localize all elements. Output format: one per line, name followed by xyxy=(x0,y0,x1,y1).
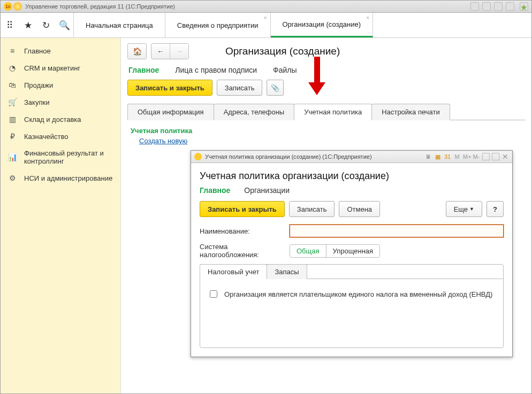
dialog-more-button[interactable]: Еще ▼ xyxy=(446,201,482,217)
dialog-titlebar: Учетная политика организации (создание) … xyxy=(191,151,512,163)
mem-m-icon[interactable]: M xyxy=(453,153,461,160)
sidebar-item-label: Главное xyxy=(24,47,51,55)
favorite-star-icon[interactable]: ★ xyxy=(520,2,528,11)
name-input[interactable] xyxy=(290,225,504,237)
page-subnav: Главное Лица с правом подписи Файлы xyxy=(128,66,525,74)
inner-tabs: Налоговый учет Запасы Организация являет… xyxy=(200,264,504,348)
tab-company-info[interactable]: Сведения о предприятии × xyxy=(165,13,271,37)
back-button[interactable]: ← xyxy=(151,44,170,59)
section-title: Учетная политика xyxy=(131,127,525,135)
sidebar-item-label: Казначейство xyxy=(24,133,68,141)
tax-row: Система налогообложения: Общая Упрощенна… xyxy=(200,243,504,259)
save-button[interactable]: Записать xyxy=(217,80,263,96)
titlebar-action-icon[interactable] xyxy=(494,2,503,11)
app-window: 1c Управление торговлей, редакция 11 (1С… xyxy=(0,0,532,394)
home-button[interactable]: 🏠 xyxy=(127,43,147,59)
sidebar-item-label: Склад и доставка xyxy=(24,115,81,123)
sidebar-item-treasury[interactable]: ₽Казначейство xyxy=(1,128,120,145)
tab-label: Организация (создание) xyxy=(283,20,361,28)
close-icon[interactable]: × xyxy=(366,15,369,21)
main-toolbar: ⠿ ★ ↻ 🔍 Начальная страница Сведения о пр… xyxy=(1,13,531,38)
close-icon[interactable]: ✕ xyxy=(501,152,509,161)
envd-checkbox-row[interactable]: Организация является плательщиком единог… xyxy=(208,289,496,299)
sidebar-item-label: Закупки xyxy=(24,98,49,106)
sidebar-item-warehouse[interactable]: ▥Склад и доставка xyxy=(1,111,120,128)
titlebar-action-icon[interactable] xyxy=(470,2,479,11)
create-new-link[interactable]: Создать новую xyxy=(139,137,187,145)
bag-icon: 🛍 xyxy=(8,81,17,89)
doc-tab-print[interactable]: Настройка печати xyxy=(371,104,450,120)
doc-tab-addresses[interactable]: Адреса, телефоны xyxy=(214,104,295,120)
star-icon[interactable]: ★ xyxy=(22,20,34,31)
menu-icon: ≡ xyxy=(8,47,17,55)
page-title: Организация (создание) xyxy=(225,45,340,57)
body: ≡Главное ◔CRM и маркетинг 🛍Продажи 🛒Заку… xyxy=(1,38,531,393)
app-menu-icon[interactable] xyxy=(13,2,22,11)
pie-icon: ◔ xyxy=(8,64,17,72)
save-close-button[interactable]: Записать и закрыть xyxy=(127,80,212,96)
envd-checkbox[interactable] xyxy=(210,290,217,298)
sidebar-item-label: НСИ и администрирование xyxy=(24,174,112,182)
tab-home[interactable]: Начальная страница xyxy=(74,13,165,37)
envd-label: Организация является плательщиком единог… xyxy=(224,290,492,298)
forward-button: → xyxy=(170,44,188,59)
tax-system-selector: Общая Упрощенная xyxy=(290,244,380,258)
sidebar-item-sales[interactable]: 🛍Продажи xyxy=(1,76,120,94)
tab-label: Сведения о предприятии xyxy=(177,21,259,29)
titlebar-action-icon[interactable] xyxy=(506,2,514,11)
date-icon[interactable]: 31 xyxy=(444,153,451,160)
calendar-icon[interactable]: ▦ xyxy=(434,153,442,160)
chevron-down-icon: ▼ xyxy=(469,206,474,212)
gear-icon: ⚙ xyxy=(8,174,17,182)
sidebar: ≡Главное ◔CRM и маркетинг 🛍Продажи 🛒Заку… xyxy=(1,38,121,393)
titlebar-action-icon[interactable] xyxy=(482,2,491,11)
dialog-body: Учетная политика организации (создание) … xyxy=(191,163,512,357)
apps-grid-icon[interactable]: ⠿ xyxy=(4,20,16,31)
dialog-help-button[interactable]: ? xyxy=(487,201,504,217)
sidebar-item-purchases[interactable]: 🛒Закупки xyxy=(1,94,120,111)
sidebar-item-main[interactable]: ≡Главное xyxy=(1,42,120,59)
subnav-files[interactable]: Файлы xyxy=(273,66,297,74)
doc-tab-general[interactable]: Общая информация xyxy=(127,104,214,120)
subnav-main[interactable]: Главное xyxy=(128,66,159,74)
titlebar-right: ★ xyxy=(470,2,528,11)
dialog-save-button[interactable]: Записать xyxy=(289,201,335,217)
mem-mminus-icon[interactable]: M- xyxy=(473,153,480,160)
main-content: 🏠 ← → Организация (создание) Главное Лиц… xyxy=(121,38,531,393)
app-logo-icon xyxy=(194,153,202,160)
inner-tab-tax-accounting[interactable]: Налоговый учет xyxy=(200,264,267,279)
close-icon[interactable]: × xyxy=(264,15,267,21)
subnav-signatories[interactable]: Лица с правом подписи xyxy=(175,66,257,74)
minimize-icon[interactable] xyxy=(482,153,490,160)
toolbar-tools: ⠿ ★ ↻ 🔍 xyxy=(1,13,74,37)
chart-icon: 📊 xyxy=(8,153,17,161)
dialog-save-close-button[interactable]: Записать и закрыть xyxy=(200,201,285,217)
tab-label: Начальная страница xyxy=(86,21,153,29)
mem-mplus-icon[interactable]: M+ xyxy=(463,153,470,160)
history-icon[interactable]: ↻ xyxy=(40,20,52,31)
dialog-heading: Учетная политика организации (создание) xyxy=(200,171,504,182)
search-icon[interactable]: 🔍 xyxy=(58,20,70,31)
app-logo-icon: 1c xyxy=(4,2,12,11)
sidebar-item-admin[interactable]: ⚙НСИ и администрирование xyxy=(1,169,120,187)
tax-option-simplified[interactable]: Упрощенная xyxy=(326,245,380,257)
document-tabs: Общая информация Адреса, телефоны Учетна… xyxy=(127,103,525,120)
dialog-cancel-button[interactable]: Отмена xyxy=(339,201,380,217)
inner-tab-stock[interactable]: Запасы xyxy=(267,264,307,279)
doc-tab-accounting-policy[interactable]: Учетная политика xyxy=(294,104,372,120)
maximize-icon[interactable] xyxy=(492,153,499,160)
tax-option-general[interactable]: Общая xyxy=(290,245,326,257)
name-label: Наименование: xyxy=(200,227,285,235)
nav-buttons-row: 🏠 ← → Организация (создание) xyxy=(127,43,525,59)
dialog-subnav-orgs[interactable]: Организации xyxy=(244,186,290,195)
sidebar-item-crm[interactable]: ◔CRM и маркетинг xyxy=(1,59,120,76)
dialog-title: Учетная политика организации (создание) … xyxy=(205,153,372,160)
attachment-button[interactable]: 📎 xyxy=(267,80,284,96)
app-title: Управление торговлей, редакция 11 (1С:Пр… xyxy=(25,3,175,10)
calc-icon[interactable]: 🖩 xyxy=(424,153,432,160)
tab-organization-create[interactable]: Организация (создание) × xyxy=(271,13,374,37)
accounting-policy-dialog: Учетная политика организации (создание) … xyxy=(191,150,513,357)
tax-label: Система налогообложения: xyxy=(200,243,285,259)
dialog-subnav-main[interactable]: Главное xyxy=(200,186,230,195)
sidebar-item-finance[interactable]: 📊Финансовый результат и контроллинг xyxy=(1,145,120,169)
